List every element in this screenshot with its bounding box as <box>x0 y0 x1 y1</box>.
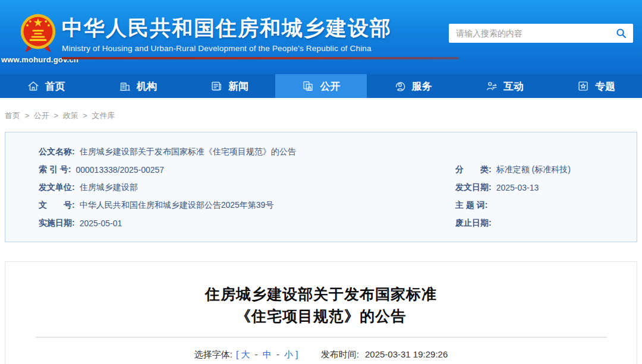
font-bracket-close: ] <box>295 349 298 359</box>
disclosure-icon <box>301 80 314 93</box>
field-label: 实施日期: <box>39 218 75 229</box>
search-box <box>449 24 633 43</box>
font-bracket-open: [ <box>236 349 238 359</box>
field-issue-date: 发文日期: 2025-03-13 <box>455 182 637 193</box>
breadcrumb-separator: > <box>83 111 87 120</box>
info-row: 发文单位: 住房城乡建设部 发文日期: 2025-03-13 <box>39 179 637 197</box>
field-value: 2025-03-13 <box>496 183 539 192</box>
info-row: 文 号: 中华人民共和国住房和城乡建设部公告2025年第39号 主 题 词: <box>39 197 637 214</box>
main-nav: 首页 机构 新闻 公开 <box>0 74 642 98</box>
news-icon <box>210 80 223 93</box>
article-title-line1: 住房城乡建设部关于发布国家标准 <box>5 283 637 305</box>
field-category: 分 类: 标准定额 (标准科技) <box>455 164 637 175</box>
field-label: 发文日期: <box>455 182 492 193</box>
nav-item-disclosure[interactable]: 公开 <box>275 74 367 98</box>
info-row: 索 引 号: 000013338/2025-00257 分 类: 标准定额 (标… <box>39 161 637 179</box>
breadcrumb: 首页 > 公开 > 政策 > 文件库 <box>0 98 642 132</box>
interaction-icon <box>485 80 498 93</box>
nav-label: 首页 <box>45 80 65 93</box>
article-card: 住房城乡建设部关于发布国家标准 《住宅项目规范》的公告 选择字体: [ 大 - … <box>5 261 637 364</box>
field-label: 索 引 号: <box>39 164 71 175</box>
info-row-document-name: 公文名称: 住房城乡建设部关于发布国家标准《住宅项目规范》的公告 <box>39 143 637 161</box>
field-value: 中华人民共和国住房和城乡建设部公告2025年第39号 <box>80 200 274 211</box>
home-icon <box>27 80 40 93</box>
breadcrumb-home[interactable]: 首页 <box>5 111 20 120</box>
field-label: 公文名称: <box>39 147 75 157</box>
font-size-separator: - <box>255 349 258 359</box>
nav-item-interaction[interactable]: 互动 <box>458 74 550 98</box>
nav-label: 服务 <box>412 80 432 93</box>
document-info-box: 公文名称: 住房城乡建设部关于发布国家标准《住宅项目规范》的公告 索 引 号: … <box>5 132 637 242</box>
field-index-number: 索 引 号: 000013338/2025-00257 <box>39 164 455 175</box>
field-subject-words: 主 题 词: <box>455 200 637 211</box>
article-title: 住房城乡建设部关于发布国家标准 《住宅项目规范》的公告 <box>5 283 637 327</box>
breadcrumb-policy[interactable]: 政策 <box>63 111 78 120</box>
font-size-small-button[interactable]: 小 <box>284 349 293 359</box>
breadcrumb-document-library[interactable]: 文件库 <box>92 111 115 120</box>
site-title-english: Ministry of Housing and Urban-Rural Deve… <box>62 44 392 53</box>
site-header: www.mohurd.gov.cn 中华人民共和国住房和城乡建设部 Minist… <box>0 0 642 74</box>
font-size-medium-button[interactable]: 中 <box>263 349 272 359</box>
field-value: 住房城乡建设部 <box>80 182 138 193</box>
info-row: 实施日期: 2025-05-01 废止日期: <box>39 214 637 232</box>
site-title-chinese: 中华人民共和国住房和城乡建设部 <box>62 16 392 40</box>
article-title-line2: 《住宅项目规范》的公告 <box>5 305 637 327</box>
topic-icon <box>577 80 590 93</box>
site-title-block: 中华人民共和国住房和城乡建设部 Ministry of Housing and … <box>62 16 392 53</box>
nav-item-topics[interactable]: 专题 <box>550 74 642 98</box>
field-value: 住房城乡建设部关于发布国家标准《住宅项目规范》的公告 <box>80 147 296 157</box>
organization-icon <box>118 80 131 93</box>
field-label: 主 题 词: <box>455 200 487 211</box>
field-issuing-unit: 发文单位: 住房城乡建设部 <box>39 182 455 193</box>
search-input[interactable] <box>449 24 633 43</box>
nav-item-home[interactable]: 首页 <box>0 74 92 98</box>
field-value: 000013338/2025-00257 <box>75 165 164 175</box>
field-value: 标准定额 (标准科技) <box>496 164 571 175</box>
field-document-number: 文 号: 中华人民共和国住房和城乡建设部公告2025年第39号 <box>39 200 455 211</box>
publish-time-label: 发布时间: <box>321 349 359 359</box>
font-size-label: 选择字体: <box>194 349 232 359</box>
service-icon <box>394 80 407 93</box>
nav-label: 公开 <box>320 80 340 93</box>
font-size-separator: - <box>276 349 279 359</box>
breadcrumb-separator: > <box>54 111 58 120</box>
field-label: 废止日期: <box>455 218 492 229</box>
field-value: 2025-05-01 <box>80 219 122 228</box>
field-implementation-date: 实施日期: 2025-05-01 <box>39 218 455 229</box>
field-label: 发文单位: <box>39 182 75 193</box>
nav-label: 机构 <box>137 80 157 93</box>
search-icon[interactable] <box>615 27 628 40</box>
nav-label: 新闻 <box>228 80 248 93</box>
national-emblem-icon <box>18 11 58 55</box>
breadcrumb-disclosure[interactable]: 公开 <box>34 111 49 120</box>
field-label: 文 号: <box>39 200 75 211</box>
font-size-large-button[interactable]: 大 <box>241 349 250 359</box>
article-meta-row: 选择字体: [ 大 - 中 - 小 ] 发布时间: 2025-03-31 19:… <box>5 349 637 360</box>
header-red-divider <box>62 57 459 59</box>
nav-label: 专题 <box>595 80 615 93</box>
nav-label: 互动 <box>503 80 524 93</box>
breadcrumb-separator: > <box>25 111 30 120</box>
field-abolition-date: 废止日期: <box>455 218 637 229</box>
publish-time-value: 2025-03-31 19:29:26 <box>365 349 448 359</box>
field-label: 分 类: <box>455 164 492 175</box>
nav-item-organization[interactable]: 机构 <box>92 74 183 98</box>
nav-item-service[interactable]: 服务 <box>367 74 458 98</box>
nav-item-news[interactable]: 新闻 <box>184 74 275 98</box>
title-divider <box>36 337 607 338</box>
